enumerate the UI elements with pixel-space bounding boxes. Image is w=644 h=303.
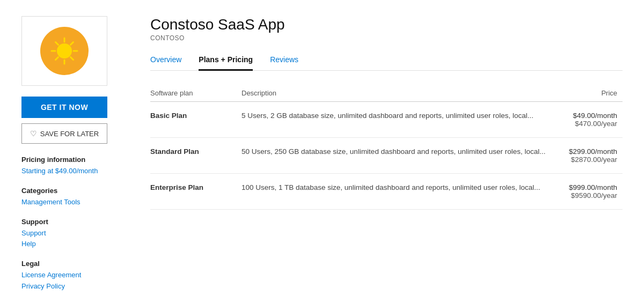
tab-overview[interactable]: Overview [150, 51, 181, 71]
plan-desc-basic: 5 Users, 2 GB database size, unlimited d… [236, 102, 561, 138]
plan-price-basic: $49.00/month $470.00/year [561, 102, 623, 138]
col-header-plan: Software plan [150, 86, 236, 102]
support-title: Support [21, 218, 129, 226]
table-row: Standard Plan 50 Users, 250 GB database … [150, 138, 623, 174]
price-yearly-standard: $2870.00/year [567, 156, 617, 164]
plan-name-basic: Basic Plan [150, 102, 236, 138]
svg-line-8 [56, 57, 58, 60]
app-publisher: CONTOSO [150, 34, 623, 42]
plan-name-standard: Standard Plan [150, 138, 236, 174]
table-row: Enterprise Plan 100 Users, 1 TB database… [150, 174, 623, 210]
heart-icon: ♡ [30, 129, 37, 138]
svg-point-0 [57, 43, 72, 58]
support-link[interactable]: Support [21, 228, 129, 239]
support-section: Support Support Help [21, 218, 129, 250]
app-icon-box [21, 16, 107, 86]
col-header-description: Description [236, 86, 561, 102]
plan-desc-enterprise: 100 Users, 1 TB database size, unlimited… [236, 174, 561, 210]
categories-link[interactable]: Management Tools [21, 197, 129, 208]
legal-title: Legal [21, 260, 129, 268]
page-container: GET IT NOW ♡ SAVE FOR LATER Pricing info… [0, 0, 644, 303]
table-row: Basic Plan 5 Users, 2 GB database size, … [150, 102, 623, 138]
price-monthly-enterprise: $999.00/month [567, 183, 617, 191]
sun-icon [48, 35, 80, 67]
col-header-price: Price [561, 86, 623, 102]
plan-name-enterprise: Enterprise Plan [150, 174, 236, 210]
main-content: Constoso SaaS App CONTOSO Overview Plans… [150, 16, 623, 302]
tab-bar: Overview Plans + Pricing Reviews [150, 50, 623, 71]
pricing-info-section: Pricing information Starting at $49.00/m… [21, 156, 129, 177]
plan-price-standard: $299.00/month $2870.00/year [561, 138, 623, 174]
plan-desc-standard: 50 Users, 250 GB database size, unlimite… [236, 138, 561, 174]
pricing-table: Software plan Description Price Basic Pl… [150, 86, 623, 210]
svg-line-6 [71, 57, 74, 60]
price-monthly-basic: $49.00/month [567, 112, 617, 120]
pricing-info-title: Pricing information [21, 156, 129, 164]
price-yearly-enterprise: $9590.00/year [567, 191, 617, 199]
categories-section: Categories Management Tools [21, 187, 129, 208]
app-title: Constoso SaaS App [150, 16, 623, 33]
legal-section: Legal License Agreement Privacy Policy [21, 260, 129, 292]
privacy-policy-link[interactable]: Privacy Policy [21, 281, 129, 292]
categories-title: Categories [21, 187, 129, 195]
pricing-info-link[interactable]: Starting at $49.00/month [21, 166, 129, 177]
plan-price-enterprise: $999.00/month $9590.00/year [561, 174, 623, 210]
app-icon-circle [40, 27, 89, 75]
help-link[interactable]: Help [21, 239, 129, 250]
sidebar: GET IT NOW ♡ SAVE FOR LATER Pricing info… [21, 16, 129, 302]
price-monthly-standard: $299.00/month [567, 147, 617, 156]
svg-line-5 [56, 42, 58, 45]
save-for-later-button[interactable]: ♡ SAVE FOR LATER [21, 123, 107, 144]
tab-plans-pricing[interactable]: Plans + Pricing [199, 51, 253, 71]
license-agreement-link[interactable]: License Agreement [21, 270, 129, 281]
tab-reviews[interactable]: Reviews [270, 51, 298, 71]
get-it-now-button[interactable]: GET IT NOW [21, 97, 107, 118]
price-yearly-basic: $470.00/year [567, 120, 617, 128]
svg-line-7 [71, 42, 74, 45]
